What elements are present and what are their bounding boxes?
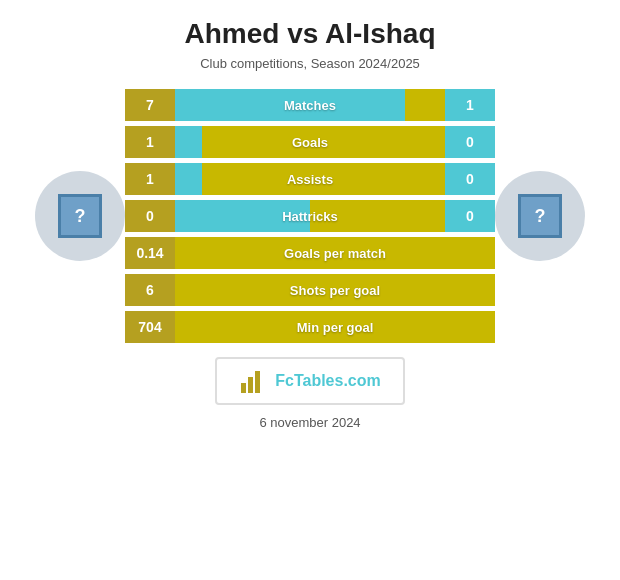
right-player-avatar: ? bbox=[495, 171, 585, 261]
stat-left-val-assists: 1 bbox=[125, 163, 175, 195]
stat-row-shots-per-goal: 6Shots per goal bbox=[125, 274, 495, 306]
stat-row-goals-per-match: 0.14Goals per match bbox=[125, 237, 495, 269]
stat-label-goals-per-match: Goals per match bbox=[175, 246, 495, 261]
stat-label-shots-per-goal: Shots per goal bbox=[175, 283, 495, 298]
stat-left-val-goals: 1 bbox=[125, 126, 175, 158]
left-player-avatar: ? bbox=[35, 171, 125, 261]
stat-bar-matches: Matches bbox=[175, 89, 445, 121]
stat-left-val-goals-per-match: 0.14 bbox=[125, 237, 175, 269]
stat-row-hattricks: 0Hattricks0 bbox=[125, 200, 495, 232]
left-player-question-icon: ? bbox=[58, 194, 102, 238]
stats-section: 7Matches11Goals01Assists00Hattricks00.14… bbox=[125, 89, 495, 343]
fctables-logo-icon bbox=[239, 367, 267, 395]
stat-left-val-hattricks: 0 bbox=[125, 200, 175, 232]
logo-text: FcTables.com bbox=[275, 372, 381, 390]
middle-section: ? 7Matches11Goals01Assists00Hattricks00.… bbox=[0, 89, 620, 343]
stat-bar-min-per-goal: Min per goal bbox=[175, 311, 495, 343]
stat-bar-shots-per-goal: Shots per goal bbox=[175, 274, 495, 306]
logo-tables: Tables bbox=[294, 372, 344, 389]
stat-right-val-hattricks: 0 bbox=[445, 200, 495, 232]
svg-rect-0 bbox=[241, 383, 246, 393]
stat-right-val-assists: 0 bbox=[445, 163, 495, 195]
page-container: Ahmed vs Al-Ishaq Club competitions, Sea… bbox=[0, 0, 620, 580]
stat-row-goals: 1Goals0 bbox=[125, 126, 495, 158]
stat-bar-assists: Assists bbox=[175, 163, 445, 195]
stat-right-val-matches: 1 bbox=[445, 89, 495, 121]
logo-suffix: .com bbox=[343, 372, 380, 389]
stat-bar-goals: Goals bbox=[175, 126, 445, 158]
stat-label-matches: Matches bbox=[175, 98, 445, 113]
stat-right-val-goals: 0 bbox=[445, 126, 495, 158]
stat-label-hattricks: Hattricks bbox=[175, 209, 445, 224]
right-player-question-icon: ? bbox=[518, 194, 562, 238]
logo-section: FcTables.com bbox=[215, 357, 405, 405]
page-title: Ahmed vs Al-Ishaq bbox=[184, 18, 435, 50]
stat-left-val-shots-per-goal: 6 bbox=[125, 274, 175, 306]
stat-row-assists: 1Assists0 bbox=[125, 163, 495, 195]
stat-left-val-matches: 7 bbox=[125, 89, 175, 121]
stat-bar-goals-per-match: Goals per match bbox=[175, 237, 495, 269]
stat-label-goals: Goals bbox=[175, 135, 445, 150]
footer-date: 6 november 2024 bbox=[259, 415, 360, 430]
stat-row-matches: 7Matches1 bbox=[125, 89, 495, 121]
svg-rect-1 bbox=[248, 377, 253, 393]
logo-fc: Fc bbox=[275, 372, 294, 389]
stat-label-min-per-goal: Min per goal bbox=[175, 320, 495, 335]
svg-rect-2 bbox=[255, 371, 260, 393]
page-subtitle: Club competitions, Season 2024/2025 bbox=[200, 56, 420, 71]
stat-left-val-min-per-goal: 704 bbox=[125, 311, 175, 343]
stat-label-assists: Assists bbox=[175, 172, 445, 187]
stat-bar-hattricks: Hattricks bbox=[175, 200, 445, 232]
stat-row-min-per-goal: 704Min per goal bbox=[125, 311, 495, 343]
